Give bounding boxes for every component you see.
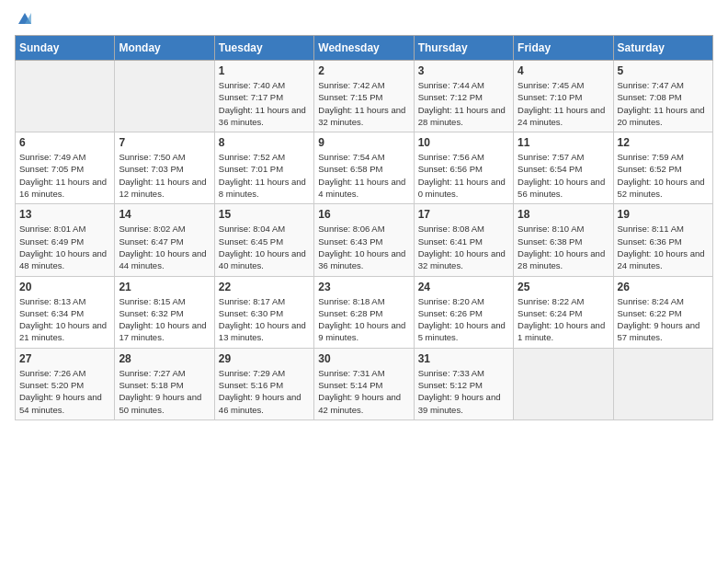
day-cell: 5Sunrise: 7:47 AM Sunset: 7:08 PM Daylig…: [613, 61, 712, 132]
day-cell: 26Sunrise: 8:24 AM Sunset: 6:22 PM Dayli…: [613, 276, 712, 348]
day-detail: Sunrise: 7:27 AM Sunset: 5:18 PM Dayligh…: [119, 367, 210, 416]
day-number: 18: [518, 208, 609, 221]
day-detail: Sunrise: 8:17 AM Sunset: 6:30 PM Dayligh…: [219, 295, 310, 344]
day-header-saturday: Saturday: [613, 36, 712, 61]
day-cell: 2Sunrise: 7:42 AM Sunset: 7:15 PM Daylig…: [314, 61, 414, 132]
day-detail: Sunrise: 7:42 AM Sunset: 7:15 PM Dayligh…: [318, 79, 409, 128]
day-detail: Sunrise: 7:40 AM Sunset: 7:17 PM Dayligh…: [219, 79, 310, 128]
day-number: 30: [318, 352, 409, 365]
logo: [15, 15, 33, 28]
day-header-wednesday: Wednesday: [314, 36, 414, 61]
day-number: 4: [518, 64, 609, 77]
page-header: [15, 15, 713, 28]
day-number: 2: [318, 64, 409, 77]
day-detail: Sunrise: 7:33 AM Sunset: 5:12 PM Dayligh…: [418, 367, 509, 416]
day-header-tuesday: Tuesday: [214, 36, 313, 61]
day-detail: Sunrise: 8:10 AM Sunset: 6:38 PM Dayligh…: [518, 223, 609, 271]
week-row-3: 13Sunrise: 8:01 AM Sunset: 6:49 PM Dayli…: [16, 204, 713, 276]
week-row-1: 1Sunrise: 7:40 AM Sunset: 7:17 PM Daylig…: [16, 61, 713, 132]
day-detail: Sunrise: 8:22 AM Sunset: 6:24 PM Dayligh…: [518, 295, 609, 344]
day-detail: Sunrise: 8:11 AM Sunset: 6:36 PM Dayligh…: [618, 223, 709, 271]
day-cell: 10Sunrise: 7:56 AM Sunset: 6:56 PM Dayli…: [414, 132, 513, 204]
day-cell: 24Sunrise: 8:20 AM Sunset: 6:26 PM Dayli…: [414, 276, 513, 348]
day-cell: 28Sunrise: 7:27 AM Sunset: 5:18 PM Dayli…: [115, 348, 214, 419]
day-number: 31: [418, 352, 509, 365]
day-detail: Sunrise: 7:52 AM Sunset: 7:01 PM Dayligh…: [219, 151, 310, 200]
day-header-sunday: Sunday: [16, 36, 115, 61]
day-cell: 16Sunrise: 8:06 AM Sunset: 6:43 PM Dayli…: [314, 204, 414, 276]
header-row: SundayMondayTuesdayWednesdayThursdayFrid…: [16, 36, 713, 61]
day-header-friday: Friday: [514, 36, 613, 61]
logo-icon: [17, 11, 33, 28]
day-cell: 11Sunrise: 7:57 AM Sunset: 6:54 PM Dayli…: [514, 132, 613, 204]
day-number: 3: [418, 64, 509, 77]
day-detail: Sunrise: 8:13 AM Sunset: 6:34 PM Dayligh…: [19, 295, 110, 344]
day-cell: 6Sunrise: 7:49 AM Sunset: 7:05 PM Daylig…: [16, 132, 115, 204]
day-number: 16: [318, 208, 409, 221]
day-cell: 21Sunrise: 8:15 AM Sunset: 6:32 PM Dayli…: [115, 276, 214, 348]
day-number: 7: [119, 136, 210, 149]
day-cell: 23Sunrise: 8:18 AM Sunset: 6:28 PM Dayli…: [314, 276, 414, 348]
day-detail: Sunrise: 7:29 AM Sunset: 5:16 PM Dayligh…: [219, 367, 310, 416]
day-detail: Sunrise: 7:31 AM Sunset: 5:14 PM Dayligh…: [318, 367, 409, 416]
day-cell: 30Sunrise: 7:31 AM Sunset: 5:14 PM Dayli…: [314, 348, 414, 419]
day-detail: Sunrise: 7:56 AM Sunset: 6:56 PM Dayligh…: [418, 151, 509, 200]
day-cell: 8Sunrise: 7:52 AM Sunset: 7:01 PM Daylig…: [214, 132, 313, 204]
day-number: 9: [318, 136, 409, 149]
day-cell: 31Sunrise: 7:33 AM Sunset: 5:12 PM Dayli…: [414, 348, 513, 419]
day-header-monday: Monday: [115, 36, 214, 61]
day-cell: 7Sunrise: 7:50 AM Sunset: 7:03 PM Daylig…: [115, 132, 214, 204]
day-number: 28: [119, 352, 210, 365]
day-detail: Sunrise: 7:54 AM Sunset: 6:58 PM Dayligh…: [318, 151, 409, 200]
day-detail: Sunrise: 8:24 AM Sunset: 6:22 PM Dayligh…: [618, 295, 709, 344]
day-cell: 4Sunrise: 7:45 AM Sunset: 7:10 PM Daylig…: [514, 61, 613, 132]
day-number: 14: [119, 208, 210, 221]
day-number: 5: [618, 64, 709, 77]
day-number: 19: [618, 208, 709, 221]
day-cell: 17Sunrise: 8:08 AM Sunset: 6:41 PM Dayli…: [414, 204, 513, 276]
day-detail: Sunrise: 8:02 AM Sunset: 6:47 PM Dayligh…: [119, 223, 210, 271]
day-cell: 25Sunrise: 8:22 AM Sunset: 6:24 PM Dayli…: [514, 276, 613, 348]
day-cell: 22Sunrise: 8:17 AM Sunset: 6:30 PM Dayli…: [214, 276, 313, 348]
week-row-4: 20Sunrise: 8:13 AM Sunset: 6:34 PM Dayli…: [16, 276, 713, 348]
day-cell: [514, 348, 613, 419]
day-cell: 19Sunrise: 8:11 AM Sunset: 6:36 PM Dayli…: [613, 204, 712, 276]
day-number: 25: [518, 281, 609, 293]
day-detail: Sunrise: 7:26 AM Sunset: 5:20 PM Dayligh…: [19, 367, 110, 416]
day-number: 21: [119, 281, 210, 293]
day-detail: Sunrise: 8:06 AM Sunset: 6:43 PM Dayligh…: [318, 223, 409, 271]
day-detail: Sunrise: 7:59 AM Sunset: 6:52 PM Dayligh…: [618, 151, 709, 200]
day-number: 23: [318, 281, 409, 293]
day-number: 24: [418, 281, 509, 293]
day-cell: [613, 348, 712, 419]
day-detail: Sunrise: 8:15 AM Sunset: 6:32 PM Dayligh…: [119, 295, 210, 344]
day-detail: Sunrise: 7:49 AM Sunset: 7:05 PM Dayligh…: [19, 151, 110, 200]
day-cell: 1Sunrise: 7:40 AM Sunset: 7:17 PM Daylig…: [214, 61, 313, 132]
day-cell: 18Sunrise: 8:10 AM Sunset: 6:38 PM Dayli…: [514, 204, 613, 276]
day-detail: Sunrise: 8:01 AM Sunset: 6:49 PM Dayligh…: [19, 223, 110, 271]
day-detail: Sunrise: 7:47 AM Sunset: 7:08 PM Dayligh…: [618, 79, 709, 128]
day-header-thursday: Thursday: [414, 36, 513, 61]
day-number: 10: [418, 136, 509, 149]
day-cell: [16, 61, 115, 132]
day-cell: 20Sunrise: 8:13 AM Sunset: 6:34 PM Dayli…: [16, 276, 115, 348]
day-detail: Sunrise: 7:50 AM Sunset: 7:03 PM Dayligh…: [119, 151, 210, 200]
day-number: 13: [19, 208, 110, 221]
day-number: 26: [618, 281, 709, 293]
day-cell: 29Sunrise: 7:29 AM Sunset: 5:16 PM Dayli…: [214, 348, 313, 419]
week-row-5: 27Sunrise: 7:26 AM Sunset: 5:20 PM Dayli…: [16, 348, 713, 419]
day-number: 12: [618, 136, 709, 149]
day-number: 27: [19, 352, 110, 365]
day-detail: Sunrise: 8:08 AM Sunset: 6:41 PM Dayligh…: [418, 223, 509, 271]
day-cell: 13Sunrise: 8:01 AM Sunset: 6:49 PM Dayli…: [16, 204, 115, 276]
day-detail: Sunrise: 7:45 AM Sunset: 7:10 PM Dayligh…: [518, 79, 609, 128]
day-number: 8: [219, 136, 310, 149]
day-number: 20: [19, 281, 110, 293]
day-detail: Sunrise: 7:57 AM Sunset: 6:54 PM Dayligh…: [518, 151, 609, 200]
day-detail: Sunrise: 8:20 AM Sunset: 6:26 PM Dayligh…: [418, 295, 509, 344]
day-number: 1: [219, 64, 310, 77]
day-number: 17: [418, 208, 509, 221]
day-detail: Sunrise: 8:18 AM Sunset: 6:28 PM Dayligh…: [318, 295, 409, 344]
day-cell: 9Sunrise: 7:54 AM Sunset: 6:58 PM Daylig…: [314, 132, 414, 204]
day-cell: 3Sunrise: 7:44 AM Sunset: 7:12 PM Daylig…: [414, 61, 513, 132]
